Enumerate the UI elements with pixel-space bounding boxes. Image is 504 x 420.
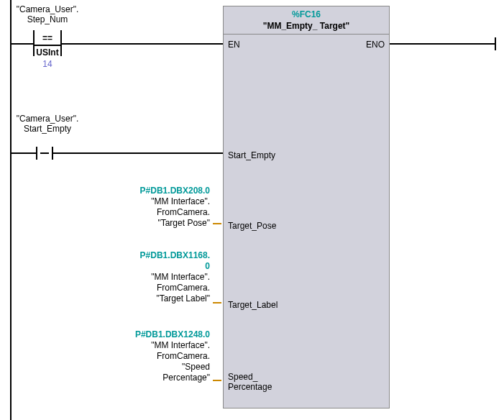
op-target-pose-l2: FromCamera. bbox=[93, 207, 210, 218]
rail2-tag-db: "Camera_User". bbox=[7, 114, 88, 124]
op-speed-l2: FromCamera. bbox=[93, 351, 210, 362]
wire-start-empty-a bbox=[12, 152, 36, 154]
wire-start-empty-b bbox=[53, 152, 223, 154]
fc-block-header: %FC16 "MM_Empty_ Target" bbox=[224, 6, 389, 35]
op-target-pose-addr: P#DB1.DBX208.0 bbox=[93, 186, 210, 196]
fc-block-id: %FC16 bbox=[224, 9, 389, 19]
pin-eno: ENO bbox=[366, 40, 385, 50]
pin-speed-percentage-line1: Speed_ bbox=[228, 372, 272, 382]
op-target-label-l3: "Target Label" bbox=[93, 293, 210, 304]
fc-block: %FC16 "MM_Empty_ Target" EN ENO Start_Em… bbox=[223, 6, 390, 408]
op-target-pose-l1: "MM Interface". bbox=[93, 196, 210, 207]
operand-target-pose: P#DB1.DBX208.0 "MM Interface". FromCamer… bbox=[93, 186, 210, 229]
contact-start-empty-l bbox=[36, 147, 37, 160]
wire-start-empty-gap bbox=[40, 152, 49, 154]
operand-speed: P#DB1.DBX1248.0 "MM Interface". FromCame… bbox=[93, 329, 210, 383]
pin-target-label: Target_Label bbox=[228, 300, 278, 310]
tick-speed bbox=[213, 380, 221, 381]
tick-target-label bbox=[213, 302, 221, 303]
cmp-right-bar bbox=[60, 30, 62, 56]
operand-target-label: P#DB1.DBX1168. 0 "MM Interface". FromCam… bbox=[93, 250, 210, 304]
rail1-tag: "Camera_User". Step_Num bbox=[7, 4, 88, 25]
rail1-tag-db: "Camera_User". bbox=[7, 4, 88, 14]
op-target-label-addr-l2: 0 bbox=[93, 261, 210, 272]
pin-en: EN bbox=[228, 40, 240, 50]
rail1-tag-name: Step_Num bbox=[7, 14, 88, 24]
pin-speed-percentage: Speed_ Percentage bbox=[228, 372, 272, 392]
wire-eno bbox=[390, 43, 496, 45]
comparator: == USInt bbox=[35, 33, 60, 58]
pin-speed-percentage-line2: Percentage bbox=[228, 382, 272, 392]
wire-en-right bbox=[60, 43, 223, 45]
cmp-value: 14 bbox=[35, 59, 60, 69]
op-speed-l3: "Speed bbox=[93, 362, 210, 373]
tick-target-pose bbox=[213, 223, 221, 224]
cmp-op: == bbox=[35, 33, 60, 43]
rail2-tag: "Camera_User". Start_Empty bbox=[7, 114, 88, 134]
op-target-pose-l3: "Target Pose" bbox=[93, 218, 210, 229]
pin-start-empty: Start_Empty bbox=[228, 150, 275, 160]
fc-block-name: "MM_Empty_ Target" bbox=[224, 21, 389, 31]
wire-en-left bbox=[12, 43, 35, 45]
op-speed-l4: Percentage" bbox=[93, 373, 210, 383]
rail2-tag-name: Start_Empty bbox=[7, 124, 88, 134]
eno-terminator bbox=[495, 37, 496, 50]
op-target-label-addr-l1: P#DB1.DBX1168. bbox=[93, 250, 210, 261]
op-target-label-l1: "MM Interface". bbox=[93, 272, 210, 283]
op-target-label-l2: FromCamera. bbox=[93, 283, 210, 293]
op-speed-l1: "MM Interface". bbox=[93, 340, 210, 351]
op-speed-addr: P#DB1.DBX1248.0 bbox=[93, 329, 210, 340]
pin-target-pose: Target_Pose bbox=[228, 221, 276, 231]
cmp-type: USInt bbox=[35, 45, 60, 58]
left-rail bbox=[10, 0, 12, 420]
